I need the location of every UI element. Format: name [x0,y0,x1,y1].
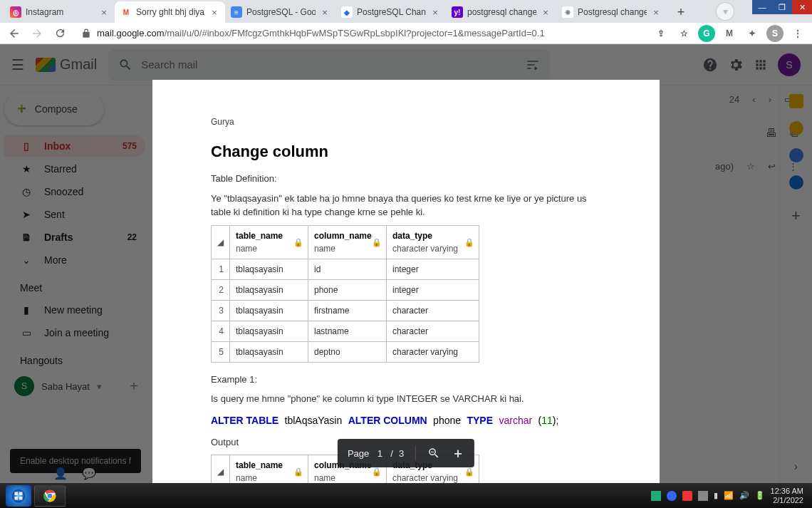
window-minimize-button[interactable]: — [752,0,772,14]
main-menu-icon[interactable]: ☰ [11,56,24,73]
plus-icon: + [17,100,26,118]
browser-tab[interactable]: ◆ PostgreSQL Change × [335,1,446,23]
wifi-icon[interactable]: 📶 [724,491,734,500]
meet-section-header: Meet [4,272,145,298]
table-definition: ◢ table_namename🔒 column_namename🔒 data_… [211,225,479,363]
chat-bubble-icon[interactable]: 💬 [82,467,96,480]
search-options-icon[interactable] [526,58,540,72]
doc-paragraph: Ye "tblaqsayasin" ek table ha jo hmne bn… [211,192,601,219]
network-icon[interactable]: ▮ [714,491,718,500]
sidebar-item-starred[interactable]: ★Starred [4,158,145,180]
star-icon: ★ [20,163,33,175]
chrome-menu-icon[interactable]: ⋮ [789,25,806,42]
google-apps-icon[interactable] [754,58,768,72]
back-button[interactable] [6,25,23,42]
window-controls: — ❐ ✕ [752,0,812,14]
url-text: mail.google.com/mail/u/0/#inbox/FMfcgzGm… [97,28,545,38]
battery-icon[interactable]: 🔋 [755,491,765,500]
tab-label: PostgreSQL Change [357,7,426,17]
print-icon[interactable]: 🖶 [766,127,777,140]
profile-avatar[interactable]: S [766,25,784,42]
browser-tab[interactable]: ◎ Instagram × [4,1,115,23]
search-mail[interactable] [108,49,550,81]
bookmark-star-icon[interactable]: ☆ [675,25,692,42]
sidebar-item-sent[interactable]: ➤Sent [4,204,145,225]
reload-button[interactable] [51,25,68,42]
sidebar-item-drafts[interactable]: 🗎Drafts22 [4,227,145,248]
chrome-profile-avatar[interactable]: ▾ [717,3,734,20]
taskbar-app-chrome[interactable] [34,485,66,507]
sql-statement: ALTER TABLE tblAqsaYasin ALTER COLUMN ph… [211,413,601,428]
col-header-table-name: table_namename🔒 [230,225,308,259]
close-icon[interactable]: × [320,7,330,17]
tray-icon[interactable] [698,491,708,501]
start-button[interactable] [6,485,31,507]
table-row: 3tblaqsayasinfirstnamecharacter [212,300,479,321]
volume-icon[interactable]: 🔊 [739,491,749,500]
next-page-icon[interactable]: › [769,94,771,105]
close-icon[interactable]: × [651,7,661,17]
close-icon[interactable]: × [541,7,551,17]
browser-tab[interactable]: M Sorry ghlt bhj diya : × [115,1,225,23]
new-tab-button[interactable]: + [671,2,691,22]
sidebar-item-snoozed[interactable]: ◷Snoozed [4,181,145,202]
taskbar-clock[interactable]: 12:36 AM 2/1/2022 [771,487,806,504]
address-bar[interactable]: mail.google.com/mail/u/0/#inbox/FMfcgzGm… [74,24,647,43]
tray-icon[interactable] [667,491,677,501]
calendar-icon[interactable] [789,94,803,108]
clock-icon: ◷ [20,186,33,197]
sidebar-item-inbox[interactable]: ▯Inbox575 [4,135,145,157]
system-tray: ▮ 📶 🔊 🔋 12:36 AM 2/1/2022 [651,487,806,504]
close-icon[interactable]: × [209,7,219,17]
forward-button[interactable] [28,25,46,42]
collapse-side-panel-icon[interactable]: › [794,460,798,473]
search-input[interactable] [141,58,517,71]
tray-icon[interactable] [682,491,692,501]
gmail-extension-icon[interactable]: M [721,25,738,42]
browser-tab[interactable]: y! postgresql change d × [446,1,556,23]
grammarly-extension-icon[interactable]: G [698,25,715,42]
prev-page-icon[interactable]: ‹ [752,94,755,105]
lock-icon: 🔒 [464,466,474,478]
tab-label: postgresql change d [467,7,536,17]
send-icon: ➤ [20,209,33,220]
tasks-icon[interactable] [789,148,803,162]
doc-author: Gurya [211,115,601,128]
gmail-logo[interactable]: Gmail [36,56,97,73]
side-panel: + › [779,85,812,483]
hangouts-user-row[interactable]: S Saba Hayat▾ + [4,372,145,400]
lock-icon: 🔒 [293,466,303,478]
add-addon-icon[interactable]: + [791,207,801,225]
settings-gear-icon[interactable] [728,57,744,73]
tab-label: PostgreSQL - Google [246,7,316,17]
contacts-icon[interactable] [789,175,803,190]
zoom-out-button[interactable] [427,447,440,460]
sidebar-item-join-meeting[interactable]: ▭Join a meeting [4,322,145,343]
close-icon[interactable]: × [99,7,109,17]
person-icon[interactable]: 👤 [53,467,68,480]
close-icon[interactable]: × [430,7,440,17]
search-icon [118,58,132,72]
sidebar-item-more[interactable]: ⌄More [4,249,145,271]
compose-button[interactable]: +Compose [4,93,104,125]
browser-tab[interactable]: ✸ Postgresql change c × [556,1,667,23]
window-close-button[interactable]: ✕ [792,0,812,14]
account-avatar[interactable]: S [778,53,801,76]
tray-icon[interactable] [651,491,661,501]
lock-icon [81,28,91,38]
extensions-icon[interactable]: ✦ [744,25,761,42]
star-message-icon[interactable]: ☆ [746,161,755,172]
window-maximize-button[interactable]: ❐ [772,0,792,14]
zoom-in-button[interactable]: ＋ [452,445,464,462]
doc-paragraph: Is query me hmne "phone" ke column ki ty… [211,392,601,406]
col-header-table-name: table_namename🔒 [230,455,308,484]
sidebar-item-new-meeting[interactable]: ▮New meeting [4,299,145,321]
keep-icon[interactable] [789,121,803,135]
new-chat-icon[interactable]: + [130,378,138,395]
attachment-preview: Gurya Change column Table Definition: Ye… [152,80,660,483]
instagram-icon: ◎ [10,6,21,18]
reply-icon[interactable]: ↩ [768,161,776,172]
support-icon[interactable] [702,57,718,73]
share-icon[interactable]: ⇪ [652,25,670,42]
browser-tab[interactable]: ≡ PostgreSQL - Google × [225,1,335,23]
